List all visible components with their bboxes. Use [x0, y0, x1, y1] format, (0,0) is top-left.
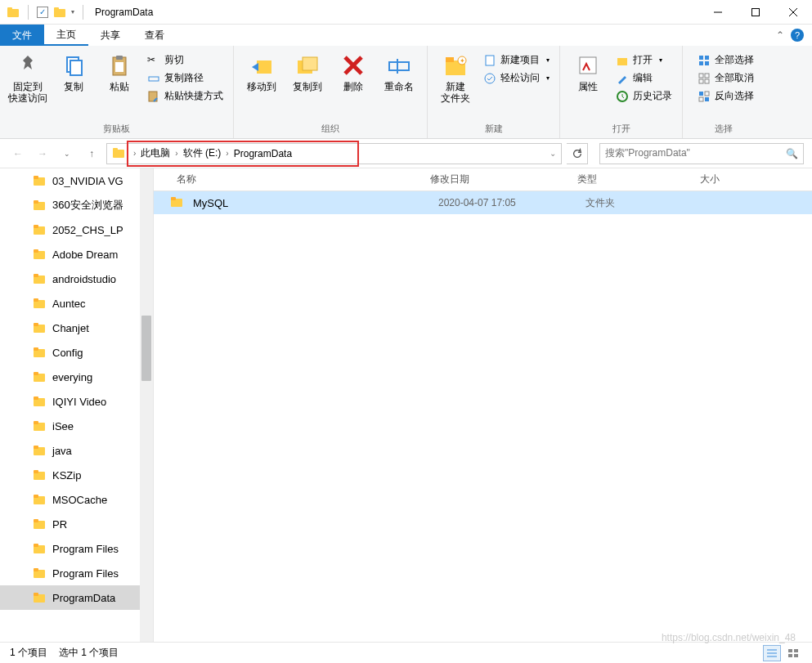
- tree-item[interactable]: KSZip: [0, 463, 153, 487]
- tree-item-label: Adobe Dream: [52, 249, 118, 261]
- tab-view[interactable]: 查看: [132, 25, 177, 46]
- tree-item[interactable]: Program Files: [0, 561, 153, 585]
- ribbon-collapse-icon[interactable]: ⌃: [776, 29, 784, 41]
- paste-shortcut-button[interactable]: 粘贴快捷方式: [142, 88, 228, 104]
- tab-share[interactable]: 共享: [88, 25, 132, 46]
- maximize-button[interactable]: [737, 0, 774, 25]
- view-details-button[interactable]: [763, 645, 781, 661]
- copy-to-button[interactable]: 复制到: [285, 49, 330, 92]
- ribbon: 固定到 快速访问 复制 粘贴 ✂剪切 复制路径 粘贴快捷方式 剪贴板 移动到: [0, 46, 812, 139]
- copy-path-button[interactable]: 复制路径: [142, 70, 228, 86]
- folder-icon: [33, 542, 46, 555]
- delete-button[interactable]: 删除: [330, 49, 376, 92]
- new-item-button[interactable]: 新建项目▾: [478, 52, 554, 68]
- svg-rect-3: [54, 7, 59, 11]
- crumb-folder[interactable]: ProgramData: [232, 148, 294, 159]
- tree-item[interactable]: 2052_CHS_LP: [0, 217, 153, 242]
- qat-checkbox[interactable]: ✓: [37, 7, 48, 18]
- svg-rect-29: [617, 58, 627, 65]
- refresh-button[interactable]: [567, 143, 588, 164]
- breadcrumb[interactable]: › 此电脑 › 软件 (E:) › ProgramData ⌄: [106, 143, 562, 164]
- tree-item[interactable]: androidstudio: [0, 267, 153, 291]
- new-folder-button[interactable]: ✦ 新建 文件夹: [433, 49, 478, 104]
- rename-button[interactable]: 重命名: [376, 49, 422, 92]
- tree-item[interactable]: MSOCache: [0, 487, 153, 512]
- qat-dropdown-icon[interactable]: ▾: [71, 8, 74, 16]
- invert-selection-button[interactable]: 反向选择: [693, 88, 759, 104]
- tree-item[interactable]: 03_NVIDIA VG: [0, 168, 153, 193]
- tree-item-label: PR: [52, 518, 67, 531]
- up-button[interactable]: ↑: [82, 144, 101, 164]
- recent-dropdown[interactable]: ⌄: [57, 144, 77, 164]
- title-bar: ✓ ▾ ProgramData: [0, 0, 812, 25]
- minimize-button[interactable]: [699, 0, 737, 25]
- tab-home[interactable]: 主页: [44, 25, 88, 46]
- tree-item[interactable]: Config: [0, 340, 153, 365]
- easy-access-button[interactable]: 轻松访问▾: [478, 70, 554, 86]
- forward-button[interactable]: →: [33, 144, 52, 164]
- tree-item[interactable]: IQIYI Video: [0, 389, 153, 414]
- view-icons-button[interactable]: [784, 645, 802, 661]
- crumb-pc[interactable]: 此电脑: [139, 146, 172, 160]
- tree-item[interactable]: 360安全浏览器: [0, 193, 153, 217]
- file-type: 文件夹: [585, 196, 708, 210]
- nav-tree[interactable]: 03_NVIDIA VG360安全浏览器2052_CHS_LPAdobe Dre…: [0, 168, 154, 643]
- file-row[interactable]: MySQL2020-04-07 17:05文件夹: [154, 191, 812, 214]
- chevron-right-icon[interactable]: ›: [172, 149, 181, 158]
- chevron-right-icon[interactable]: ›: [130, 149, 139, 158]
- back-button[interactable]: ←: [8, 144, 28, 164]
- tree-item[interactable]: Adobe Dream: [0, 242, 153, 267]
- scroll-thumb[interactable]: [141, 316, 151, 381]
- group-organize: 移动到 复制到 删除 重命名 组织: [234, 46, 428, 138]
- tab-file[interactable]: 文件: [0, 25, 44, 46]
- tree-item[interactable]: Program Files: [0, 536, 153, 561]
- svg-rect-72: [34, 495, 38, 498]
- col-date[interactable]: 修改日期: [430, 172, 577, 186]
- search-box[interactable]: 搜索"ProgramData" 🔍: [599, 143, 804, 164]
- cut-button[interactable]: ✂剪切: [142, 52, 228, 68]
- svg-rect-34: [705, 61, 709, 65]
- tree-item[interactable]: Chanjet: [0, 316, 153, 340]
- select-all-button[interactable]: 全部选择: [693, 52, 759, 68]
- folder-icon: [33, 346, 46, 359]
- copy-button[interactable]: 复制: [51, 49, 96, 92]
- move-to-button[interactable]: 移动到: [239, 49, 285, 92]
- col-name[interactable]: 名称: [177, 172, 430, 186]
- tree-item-label: Auntec: [52, 298, 85, 310]
- copy-icon: [61, 52, 87, 78]
- svg-rect-88: [788, 654, 792, 657]
- address-dropdown-icon[interactable]: ⌄: [550, 149, 561, 158]
- pin-quick-access-button[interactable]: 固定到 快速访问: [5, 49, 51, 104]
- tree-item[interactable]: java: [0, 438, 153, 463]
- tree-item[interactable]: Auntec: [0, 291, 153, 316]
- crumb-drive[interactable]: 软件 (E:): [182, 146, 223, 160]
- tree-item-label: 360安全浏览器: [52, 198, 123, 213]
- select-none-button[interactable]: 全部取消: [693, 70, 759, 86]
- history-icon: [616, 90, 629, 103]
- col-type[interactable]: 类型: [577, 172, 700, 186]
- svg-text:✦: ✦: [460, 57, 465, 65]
- scrollbar[interactable]: [140, 168, 153, 643]
- svg-rect-35: [699, 74, 703, 78]
- invert-icon: [698, 90, 711, 103]
- help-icon[interactable]: ?: [791, 29, 804, 42]
- shortcut-icon: [147, 90, 160, 103]
- tree-item[interactable]: iSee: [0, 414, 153, 438]
- paste-button[interactable]: 粘贴: [96, 49, 142, 92]
- svg-rect-70: [34, 470, 38, 473]
- chevron-right-icon[interactable]: ›: [222, 149, 231, 158]
- folder-icon: [33, 468, 46, 482]
- tree-item[interactable]: PR: [0, 512, 153, 536]
- open-button[interactable]: 打开▾: [611, 52, 677, 68]
- svg-rect-41: [699, 97, 703, 101]
- tree-item[interactable]: ProgramData: [0, 585, 153, 610]
- tree-item[interactable]: everying: [0, 365, 153, 389]
- properties-button[interactable]: 属性: [565, 49, 611, 92]
- close-button[interactable]: [774, 0, 812, 25]
- col-size[interactable]: 大小: [700, 172, 812, 186]
- svg-rect-78: [34, 568, 38, 571]
- history-button[interactable]: 历史记录: [611, 88, 677, 104]
- edit-button[interactable]: 编辑: [611, 70, 677, 86]
- folder-icon: [33, 567, 46, 580]
- tree-item-label: iSee: [52, 420, 74, 432]
